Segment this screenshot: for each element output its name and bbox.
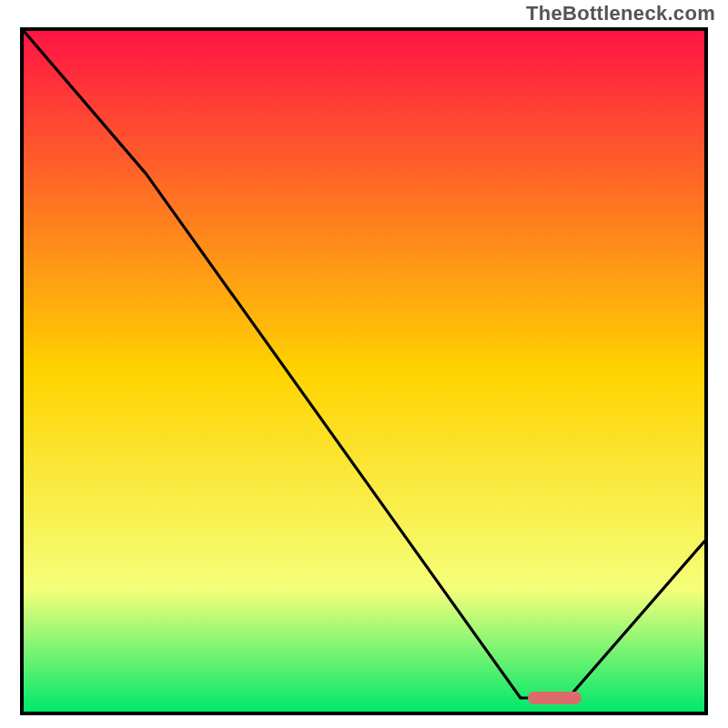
chart-frame bbox=[20, 27, 708, 715]
watermark-text: TheBottleneck.com bbox=[526, 2, 715, 25]
chart-background bbox=[24, 31, 704, 712]
chart-inner bbox=[24, 31, 704, 712]
chart-svg bbox=[24, 31, 704, 712]
recommended-range-marker bbox=[528, 692, 582, 704]
